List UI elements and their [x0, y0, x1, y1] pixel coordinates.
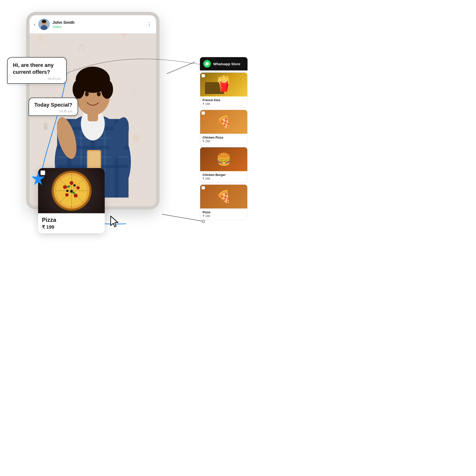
store-item-fries[interactable]: 🍟 French fries ₹ 199 [200, 72, 248, 108]
store-item-burger[interactable]: 🍔 Chicken Burger ₹ 299 [200, 147, 248, 183]
contact-name: John Smith [52, 20, 144, 25]
contact-status: Online [52, 25, 144, 29]
chicken-pizza-name: Chicken Pizza [203, 136, 245, 139]
svg-point-40 [73, 184, 76, 187]
whatsapp-store-panel: Whatsapp Store 🍟 French fries ₹ 199 🍕 Ch… [200, 57, 248, 220]
svg-point-37 [65, 193, 68, 197]
svg-point-26 [97, 92, 101, 96]
sparkle-decoration [31, 171, 45, 186]
fries-checkbox[interactable] [202, 74, 205, 77]
cursor-icon [109, 216, 119, 230]
avatar [38, 18, 50, 30]
burger-price: ₹ 299 [203, 177, 245, 180]
fries-details: French fries ₹ 199 [200, 96, 247, 108]
pizza2-checkbox[interactable] [202, 186, 205, 189]
more-options-icon[interactable]: ⋮ [147, 21, 152, 27]
contact-info: John Smith Online [52, 20, 144, 29]
store-header: Whatsapp Store [200, 57, 248, 70]
message-text-1: Hi, are there any current offers? [13, 62, 61, 75]
svg-point-6 [41, 25, 47, 30]
back-button[interactable]: ‹ [34, 22, 35, 27]
svg-point-25 [85, 92, 89, 96]
whatsapp-icon [203, 60, 211, 68]
product-image [38, 168, 105, 213]
svg-point-35 [76, 186, 80, 189]
pizza2-price: ₹ 199 [203, 214, 245, 218]
pizza-details: Chicken Pizza ₹ 299 [200, 134, 247, 145]
store-item-pizza[interactable]: 🍕 Pizza ₹ 199 [200, 185, 248, 220]
product-name: Pizza [42, 217, 101, 223]
svg-line-0 [162, 214, 204, 221]
fries-image: 🍟 [200, 73, 247, 96]
burger-details: Chicken Burger ₹ 299 [200, 171, 247, 182]
pizza-checkbox[interactable] [202, 111, 205, 115]
message-text-2: Today Special? [34, 102, 72, 108]
chicken-pizza-price: ₹ 299 [203, 140, 245, 143]
chat-bubble-2: Today Special? 09:45 pm [29, 98, 78, 116]
store-title: Whatsapp Store [213, 62, 240, 66]
product-card-info: Pizza ₹ 199 [38, 213, 105, 233]
burger-image: 🍔 [200, 147, 247, 171]
svg-line-2 [167, 62, 195, 74]
pizza2-image: 🍕 [200, 185, 247, 208]
svg-marker-50 [111, 216, 118, 227]
pizza-image: 🍕 [200, 110, 247, 134]
svg-point-36 [74, 194, 78, 198]
product-price: ₹ 199 [42, 224, 101, 230]
message-time-2: 09:45 pm [34, 109, 72, 113]
message-time-1: 09:45 pm [13, 77, 61, 81]
svg-point-5 [42, 20, 46, 23]
fries-name: French fries [203, 98, 245, 102]
store-item-chicken-pizza[interactable]: 🍕 Chicken Pizza ₹ 299 [200, 110, 248, 145]
svg-point-1 [202, 220, 205, 222]
chat-header: ‹ John Smith Online ⋮ [30, 15, 156, 34]
pizza2-details: Pizza ₹ 199 [200, 208, 247, 220]
burger-name: Chicken Burger [203, 173, 245, 177]
pizza2-name: Pizza [203, 210, 245, 214]
svg-point-23 [73, 80, 85, 99]
chat-bubble-1: Hi, are there any current offers? 09:45 … [7, 57, 67, 84]
fries-emoji: 🍟 [216, 77, 232, 92]
fries-price: ₹ 199 [203, 102, 245, 106]
svg-point-24 [101, 80, 113, 99]
product-card-popup[interactable]: Pizza ₹ 199 [38, 168, 105, 233]
